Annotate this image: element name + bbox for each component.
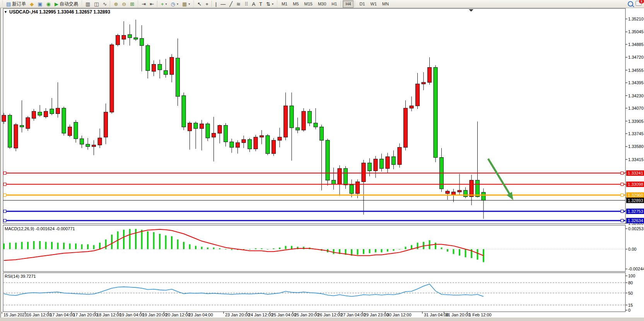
macd-histogram-bar — [231, 249, 232, 250]
macd-histogram-bar — [27, 242, 29, 249]
zoom-in-icon[interactable]: ⊕ — [112, 0, 120, 8]
auto-trading-button[interactable]: ▶自动交易 — [53, 0, 80, 8]
toolbar-separator — [355, 1, 355, 7]
notifications-button[interactable]: 1 — [635, 1, 642, 7]
time-axis-label: 18 Jan 12:00 — [97, 313, 121, 317]
cursor-icon[interactable]: ↖ — [196, 0, 203, 8]
candle-body — [74, 122, 78, 139]
candle-body — [254, 137, 258, 149]
macd-histogram-bar — [123, 230, 125, 249]
timeframe-button-m30[interactable]: M30 — [315, 0, 329, 8]
candle-body — [62, 108, 66, 133]
macd-axis-label: 0.002531 — [628, 226, 644, 231]
macd-histogram-bar — [393, 249, 395, 251]
templates-icon[interactable]: ▦▾ — [181, 0, 191, 8]
price-chart[interactable]: 1.352101.350451.348851.347201.345551.343… — [0, 0, 644, 321]
signals-icon[interactable]: ◉ — [45, 0, 52, 8]
line-handle[interactable] — [3, 172, 6, 175]
timeframe-button-m5[interactable]: M5 — [290, 0, 301, 8]
chart-shift-icon[interactable]: ⇤ — [148, 0, 155, 8]
candle-body — [116, 36, 120, 45]
chart-diamond-icon[interactable]: ◆ — [28, 0, 35, 8]
timeframe-button-h1[interactable]: H1 — [329, 0, 340, 8]
time-axis-label: 23 Jan 20:00 — [225, 313, 250, 317]
candle-body — [128, 35, 132, 38]
vertical-line-icon[interactable]: | — [214, 0, 218, 8]
arrows-icon[interactable]: ⇅▾ — [265, 0, 275, 8]
line-handle[interactable] — [621, 194, 624, 197]
timeframe-button-d1[interactable]: D1 — [357, 0, 367, 8]
macd-histogram-bar — [387, 249, 388, 251]
rsi-axis-label: 0 — [628, 308, 630, 313]
candle-body — [350, 185, 354, 194]
price-axis-label: 1.34555 — [628, 68, 644, 73]
macd-histogram-bar — [459, 249, 460, 256]
toolbar-separator — [110, 1, 111, 7]
price-axis-label: 1.33905 — [628, 119, 644, 124]
timeframe-button-mn[interactable]: MN — [379, 0, 391, 8]
text-icon[interactable]: A — [250, 0, 257, 8]
trendline-icon[interactable]: ╱ — [228, 0, 234, 8]
line-handle[interactable] — [621, 183, 624, 186]
fibonacci-icon[interactable]: ≋ — [235, 0, 242, 8]
line-handle[interactable] — [621, 210, 624, 212]
price-axis-label: 1.35045 — [628, 29, 644, 34]
zoom-out-icon[interactable]: ⊖ — [120, 0, 128, 8]
time-axis-label: 27 Jan 04:00 — [341, 313, 366, 317]
macd-histogram-bar — [129, 229, 131, 249]
publisher-icon: ▣ — [38, 2, 42, 7]
line-handle[interactable] — [3, 183, 6, 186]
candlestick-icon[interactable]: ◫ — [92, 0, 100, 8]
candle-body — [386, 157, 389, 168]
chevron-down-icon[interactable]: ▾ — [272, 2, 273, 6]
macd-histogram-bar — [3, 243, 5, 249]
candle-body — [362, 163, 366, 182]
macd-histogram-bar — [105, 239, 107, 249]
periods-icon[interactable]: ◷▾ — [169, 0, 180, 8]
candle-body — [80, 139, 84, 144]
macd-histogram-bar — [357, 249, 359, 255]
new-order-button[interactable]: ▤新订单 — [5, 0, 27, 8]
indicators-icon[interactable]: +▾ — [159, 0, 169, 8]
text-label-icon[interactable]: T — [258, 0, 264, 8]
candle-body — [428, 68, 432, 83]
candle-body — [242, 139, 246, 143]
chart-shift-icon: ⇤ — [150, 2, 154, 7]
bar-chart-icon[interactable]: ▥ — [84, 0, 92, 8]
time-axis-label: 15 Jan 2023 — [3, 313, 27, 317]
timeframe-button-m1[interactable]: M1 — [279, 0, 290, 8]
price-axis-label: 1.34720 — [628, 55, 644, 59]
symbol-dropdown-icon[interactable]: ▼ — [4, 10, 7, 14]
new-order-button: ▤ — [6, 2, 11, 7]
line-handle[interactable] — [621, 219, 624, 222]
line-handle[interactable] — [621, 172, 624, 175]
toolbar-grip — [277, 1, 278, 7]
timeframe-button-m15[interactable]: M15 — [302, 0, 315, 8]
macd-histogram-bar — [195, 246, 196, 249]
macd-histogram-bar — [183, 242, 184, 249]
timeframe-button-h4[interactable]: H4 — [343, 0, 354, 8]
chevron-down-icon[interactable]: ▾ — [166, 2, 167, 6]
grid-icon[interactable]: ⠿ — [243, 0, 250, 8]
line-handle[interactable] — [3, 194, 6, 197]
crosshair-icon[interactable]: + — [204, 0, 210, 8]
candle-body — [416, 84, 420, 106]
chevron-down-icon[interactable]: ▾ — [188, 2, 190, 6]
time-axis-label: 23 Jan 04:00 — [188, 313, 213, 317]
timeframe-button-w1[interactable]: W1 — [368, 0, 380, 8]
chevron-down-icon[interactable]: ▾ — [177, 2, 178, 6]
line-handle[interactable] — [3, 219, 6, 222]
macd-histogram-bar — [381, 249, 383, 252]
price-tag-label: 1.33241 — [628, 171, 643, 175]
macd-histogram-bar — [165, 235, 167, 249]
auto-scroll-icon[interactable]: ⇥ — [140, 0, 147, 8]
line-chart-icon[interactable]: ∿ — [101, 0, 109, 8]
candle-body — [482, 192, 485, 200]
tile-windows-icon[interactable]: ⊞ — [128, 0, 136, 8]
candle-body — [182, 96, 186, 127]
macd-histogram-bar — [171, 236, 173, 249]
publisher-icon[interactable]: ▣ — [36, 0, 44, 8]
line-handle[interactable] — [3, 210, 6, 212]
horizontal-line-icon[interactable]: — — [219, 0, 227, 8]
search-icon[interactable] — [628, 1, 633, 7]
